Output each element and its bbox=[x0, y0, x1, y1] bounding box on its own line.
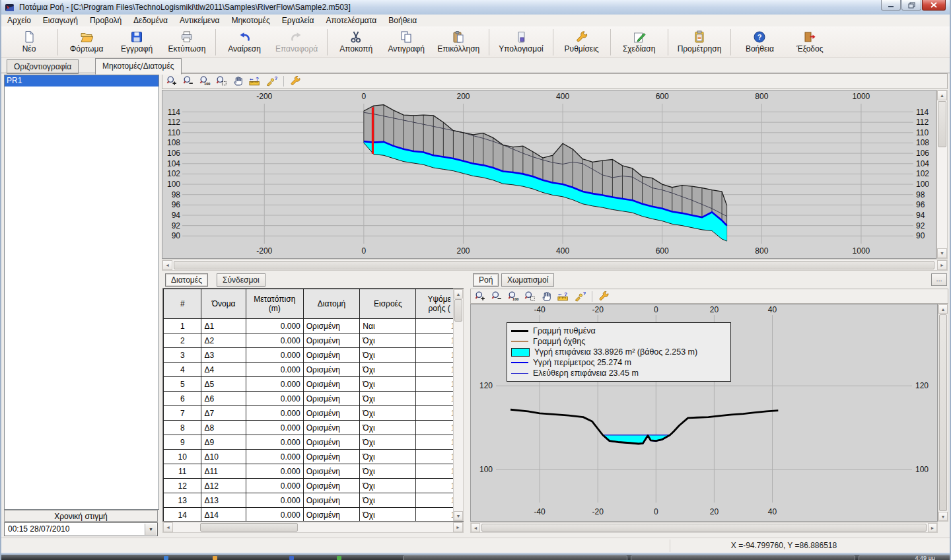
table-hscrollbar[interactable]: ◄ ► bbox=[162, 522, 464, 533]
measure-icon[interactable]: ? bbox=[249, 75, 261, 87]
cell[interactable]: Δ4 bbox=[201, 363, 246, 377]
cell[interactable]: Δ11 bbox=[201, 464, 246, 479]
paste-button[interactable]: Επικόλληση bbox=[431, 28, 485, 57]
table-row[interactable]: 12Δ120.000ΟρισμένηΌχι10 bbox=[164, 479, 463, 493]
cell[interactable]: Όχι bbox=[360, 435, 416, 450]
list-item-PR1[interactable]: PR1 bbox=[5, 75, 158, 87]
cell[interactable]: 4 bbox=[164, 363, 201, 377]
profile-hscrollbar[interactable]: ◄ ► bbox=[162, 260, 948, 271]
zoom-in-icon[interactable] bbox=[166, 75, 178, 87]
cell[interactable]: Ορισμένη bbox=[303, 421, 360, 435]
cell[interactable]: Όχι bbox=[360, 508, 416, 522]
print-button[interactable]: Εκτύπωση bbox=[162, 28, 212, 57]
scroll-left-icon[interactable]: ◄ bbox=[471, 523, 480, 532]
chevron-down-icon[interactable]: ▼ bbox=[145, 524, 157, 535]
scroll-up-icon[interactable]: ▲ bbox=[454, 289, 463, 298]
cell[interactable]: 0.000 bbox=[246, 406, 303, 421]
cell[interactable]: Δ12 bbox=[201, 479, 246, 493]
cell[interactable]: 7 bbox=[164, 406, 201, 421]
tab-Σύνδεσμοι[interactable]: Σύνδεσμοι bbox=[217, 273, 265, 287]
column-header[interactable]: # bbox=[164, 289, 201, 319]
table-row[interactable]: 3Δ30.000ΟρισμένηΌχι10 bbox=[164, 348, 463, 363]
cell[interactable]: 0.000 bbox=[246, 348, 303, 363]
cell[interactable]: Ορισμένη bbox=[303, 348, 360, 363]
draw-button[interactable]: Σχεδίαση bbox=[614, 28, 664, 57]
cell[interactable]: Όχι bbox=[360, 493, 416, 508]
menu-item-Αποτελέσματα[interactable]: Αποτελέσματα bbox=[320, 15, 382, 26]
cell[interactable]: Δ1 bbox=[201, 319, 246, 333]
menu-item-Εισαγωγή[interactable]: Εισαγωγή bbox=[37, 15, 84, 26]
table-row[interactable]: 7Δ70.000ΟρισμένηΌχι10 bbox=[164, 406, 463, 421]
cell[interactable]: 0.000 bbox=[246, 479, 303, 493]
tab-Διατομές[interactable]: Διατομές bbox=[165, 273, 208, 287]
cell[interactable]: Όχι bbox=[360, 406, 416, 421]
cell[interactable]: Όχι bbox=[360, 363, 416, 377]
cell[interactable]: Όχι bbox=[360, 377, 416, 392]
column-header[interactable]: Όνομα bbox=[201, 289, 246, 319]
pointer-query-icon[interactable]: ? bbox=[574, 291, 586, 302]
profile-list[interactable]: PR1 bbox=[4, 75, 159, 510]
menu-item-Προβολή[interactable]: Προβολή bbox=[84, 15, 127, 26]
cell[interactable]: 0.000 bbox=[246, 508, 303, 522]
cell[interactable]: 0.000 bbox=[246, 363, 303, 377]
cell[interactable]: 8 bbox=[164, 421, 201, 435]
close-button[interactable] bbox=[922, 0, 946, 11]
scroll-right-icon[interactable]: ► bbox=[937, 260, 947, 270]
cell[interactable]: 5 bbox=[164, 377, 201, 392]
cell[interactable]: Δ14 bbox=[201, 508, 246, 522]
cell[interactable]: 0.000 bbox=[246, 450, 303, 464]
cell[interactable]: Ορισμένη bbox=[303, 377, 360, 392]
cell[interactable]: Ορισμένη bbox=[303, 363, 360, 377]
zoom-window-icon[interactable] bbox=[524, 291, 536, 302]
taskbar-button[interactable] bbox=[859, 555, 950, 560]
zoom-100-icon[interactable]: 100 bbox=[199, 75, 211, 87]
settings-button[interactable]: Ρυθμίσεις bbox=[557, 28, 607, 57]
taskbar-button[interactable] bbox=[403, 555, 627, 560]
cell[interactable]: 14 bbox=[164, 508, 201, 522]
calculations-button[interactable]: Υπολογισμοί bbox=[493, 28, 549, 57]
minimize-button[interactable] bbox=[881, 0, 901, 11]
table-row[interactable]: 8Δ80.000ΟρισμένηΌχι10 bbox=[164, 421, 463, 435]
profile-hscroll-thumb[interactable] bbox=[174, 261, 934, 269]
tab-Χωματισμοί[interactable]: Χωματισμοί bbox=[501, 273, 554, 287]
table-hscroll-thumb[interactable] bbox=[200, 523, 298, 532]
cell[interactable]: 0.000 bbox=[246, 319, 303, 333]
table-row[interactable]: 9Δ90.000ΟρισμένηΌχι10 bbox=[164, 435, 463, 450]
cell[interactable]: Δ3 bbox=[201, 348, 246, 363]
cell[interactable]: 10 bbox=[164, 450, 201, 464]
cell[interactable]: Όχι bbox=[360, 392, 416, 406]
pointer-query-icon[interactable]: ? bbox=[265, 75, 277, 87]
cell[interactable]: Δ10 bbox=[201, 450, 246, 464]
cell[interactable]: 0.000 bbox=[246, 392, 303, 406]
cell[interactable]: 0.000 bbox=[246, 493, 303, 508]
cell[interactable]: Δ6 bbox=[201, 392, 246, 406]
save-button[interactable]: Εγγραφή bbox=[112, 28, 162, 57]
copy-button[interactable]: Αντιγραφή bbox=[381, 28, 431, 57]
windows-taskbar[interactable]: 4:49 μμ bbox=[1, 555, 950, 560]
cell[interactable]: 11 bbox=[164, 464, 201, 479]
cell[interactable]: Όχι bbox=[360, 479, 416, 493]
exit-button[interactable]: Έξοδος bbox=[785, 28, 835, 57]
undo-button[interactable]: Αναίρεση bbox=[219, 28, 269, 57]
cell[interactable]: 0.000 bbox=[246, 377, 303, 392]
tab-profiles-sections[interactable]: Μηκοτομές/Διατομές bbox=[95, 58, 182, 75]
cell[interactable]: Δ5 bbox=[201, 377, 246, 392]
cell[interactable]: 9 bbox=[164, 435, 201, 450]
column-header[interactable]: Διατομή bbox=[303, 289, 360, 319]
time-step-combo[interactable]: 00:15 28/07/2010 ▼ bbox=[4, 522, 158, 536]
table-row[interactable]: 5Δ50.000ΟρισμένηΌχι10 bbox=[164, 377, 463, 392]
zoom-out-icon[interactable] bbox=[491, 291, 503, 302]
cell[interactable]: Όχι bbox=[360, 333, 416, 348]
section-chart[interactable]: -40-40-20-200020204040120120100100 Γραμμ… bbox=[470, 304, 938, 522]
open-button[interactable]: Φόρτωμα bbox=[61, 28, 112, 57]
cell[interactable]: Ορισμένη bbox=[303, 508, 360, 522]
cut-button[interactable]: Αποκοπή bbox=[331, 28, 381, 57]
taskbar-button[interactable] bbox=[631, 555, 855, 560]
takeoff-button[interactable]: Προμέτρηση bbox=[672, 28, 728, 57]
cell[interactable]: 6 bbox=[164, 392, 201, 406]
cell[interactable]: 12 bbox=[164, 479, 201, 493]
cell[interactable]: Ναι bbox=[360, 319, 416, 333]
section-hscrollbar[interactable]: ◄ ► bbox=[470, 522, 938, 533]
cell[interactable]: Δ13 bbox=[201, 493, 246, 508]
pan-icon[interactable] bbox=[541, 291, 553, 302]
